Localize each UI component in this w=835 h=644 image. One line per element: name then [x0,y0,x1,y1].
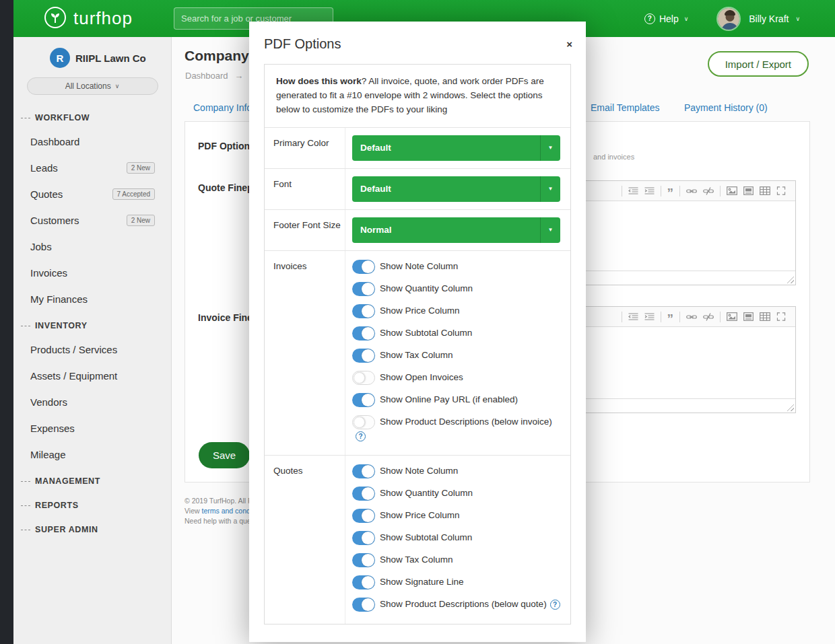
toolbar-separator [661,186,661,196]
image-icon[interactable] [727,312,737,321]
toggle-knob [362,487,374,500]
sidebar-section-reports[interactable]: REPORTS [13,492,171,516]
toggle-label: Show Price Column [380,510,460,520]
sidebar-item-quotes[interactable]: Quotes7 Accepted [13,181,171,207]
brand-logo[interactable]: turfhop [44,0,133,37]
sidebar-item-leads[interactable]: Leads2 New [13,155,171,181]
tab-company-info[interactable]: Company Info [193,102,252,113]
location-selector[interactable]: All Locations ∨ [27,77,158,95]
outdent-icon[interactable] [628,313,638,321]
unlink-icon[interactable] [703,313,714,321]
indent-icon[interactable] [644,313,655,321]
table-icon[interactable] [760,186,770,195]
tab-payment-history[interactable]: Payment History (0) [684,102,768,113]
sidebar-item-assets-equipment[interactable]: Assets / Equipment [13,363,171,389]
sidebar-item-dashboard[interactable]: Dashboard [13,129,171,155]
sidebar-item-badge: 7 Accepted [112,188,155,200]
table-icon[interactable] [760,312,770,321]
link-icon[interactable] [686,187,697,195]
toggle-show-subtotal-column[interactable] [352,326,375,341]
import-export-button[interactable]: Import / Export [708,51,809,77]
modal-row-label: Primary Color [265,128,345,168]
blockquote-icon[interactable]: ” [667,190,674,196]
sidebar-item-expenses[interactable]: Expenses [13,415,171,441]
sidebar-section-label: MANAGEMENT [35,476,100,486]
breadcrumb-home[interactable]: Dashboard [185,71,228,81]
outdent-icon[interactable] [628,187,638,195]
help-icon[interactable]: ? [356,431,366,441]
placeholder-image-icon[interactable] [743,312,754,321]
sidebar-item-mileage[interactable]: Mileage [13,441,171,468]
toggle-knob [354,417,365,428]
toolbar-separator [679,312,680,322]
help-icon[interactable]: ? [550,600,560,610]
sidebar-section-inventory[interactable]: INVENTORY [13,312,171,336]
placeholder-image-icon[interactable] [743,186,754,195]
toggle-label: Show Quantity Column [380,488,473,498]
close-icon[interactable]: × [566,39,572,49]
maximize-icon[interactable] [776,186,786,195]
toggle-show-tax-column[interactable] [352,553,375,567]
link-icon[interactable] [686,313,697,321]
help-menu[interactable]: ? Help ∨ [644,13,688,24]
sidebar-item-jobs[interactable]: Jobs [13,234,171,260]
toggle-row: Show Product Descriptions (below invoice… [352,415,560,443]
sidebar-item-customers[interactable]: Customers2 New [13,207,171,234]
company-selector[interactable]: R RIIPL Lawn Co [13,37,171,75]
toggle-show-open-invoices[interactable] [352,371,375,385]
toggle-show-price-column[interactable] [352,304,375,318]
sidebar-item-label: Mileage [30,449,66,460]
toggle-show-online-pay-url-if-enabled[interactable] [352,393,375,407]
resize-grip-icon[interactable] [787,404,794,411]
unlink-icon[interactable] [703,187,714,195]
toggle-show-price-column[interactable] [352,509,375,523]
help-label: Help [659,13,679,24]
footer-font-size-select[interactable]: Normal▼ [352,217,560,243]
modal-row-invoices: InvoicesShow Note ColumnShow Quantity Co… [265,251,570,456]
sidebar-item-label: My Finances [30,293,88,305]
primary-color-select[interactable]: Default▼ [352,135,560,161]
chevron-down-icon[interactable]: ∨ [795,15,800,22]
chevron-down-icon: ∨ [115,83,120,90]
toggle-show-product-descriptions-below-quote[interactable] [352,598,375,612]
toggle-show-quantity-column[interactable] [352,282,375,296]
toggle-show-quantity-column[interactable] [352,487,375,501]
sidebar-section-super-admin[interactable]: SUPER ADMIN [13,516,171,540]
indent-icon[interactable] [644,187,655,195]
toolbar-separator [720,186,721,196]
toggle-show-product-descriptions-below-invoice[interactable] [352,415,375,429]
toggle-show-note-column[interactable] [352,260,375,274]
maximize-icon[interactable] [776,312,786,321]
image-icon[interactable] [727,186,737,195]
sidebar-item-products-services[interactable]: Products / Services [13,336,171,363]
save-button[interactable]: Save [199,442,250,468]
sidebar-item-my-finances[interactable]: My Finances [13,286,171,312]
tab-email-templates[interactable]: Email Templates [591,102,659,113]
toggle-knob [362,532,374,544]
sidebar-section-management[interactable]: MANAGEMENT [13,468,171,492]
toggle-show-subtotal-column[interactable] [352,531,375,545]
modal-description: How does this work? All invoice, quote, … [265,65,570,128]
sidebar-item-label: Quotes [30,188,63,200]
blockquote-icon[interactable]: ” [667,316,674,322]
toggle-knob [362,283,374,295]
sidebar-item-vendors[interactable]: Vendors [13,389,171,415]
toggle-show-signature-line[interactable] [352,575,375,589]
sidebar-section-workflow[interactable]: WORKFLOW [13,104,171,129]
modal-form-table: How does this work? All invoice, quote, … [264,64,571,624]
toggle-row: Show Quantity Column [352,487,560,501]
modal-row-primary-color: Primary ColorDefault▼ [265,128,570,169]
toggle-knob [362,598,374,611]
sidebar-item-invoices[interactable]: Invoices [13,260,171,286]
toggle-show-tax-column[interactable] [352,349,375,363]
caret-down-icon: ▼ [540,176,560,202]
company-logo: R [50,48,70,68]
user-name[interactable]: Billy Kraft [749,13,789,24]
toggle-show-note-column[interactable] [352,464,375,478]
modal-row-quotes: QuotesShow Note ColumnShow Quantity Colu… [265,456,570,624]
toggle-row: Show Tax Column [352,349,560,363]
user-avatar[interactable] [716,7,741,31]
font-select[interactable]: Default▼ [352,176,560,202]
turfhop-logo-icon [44,6,67,32]
resize-grip-icon[interactable] [787,276,794,283]
